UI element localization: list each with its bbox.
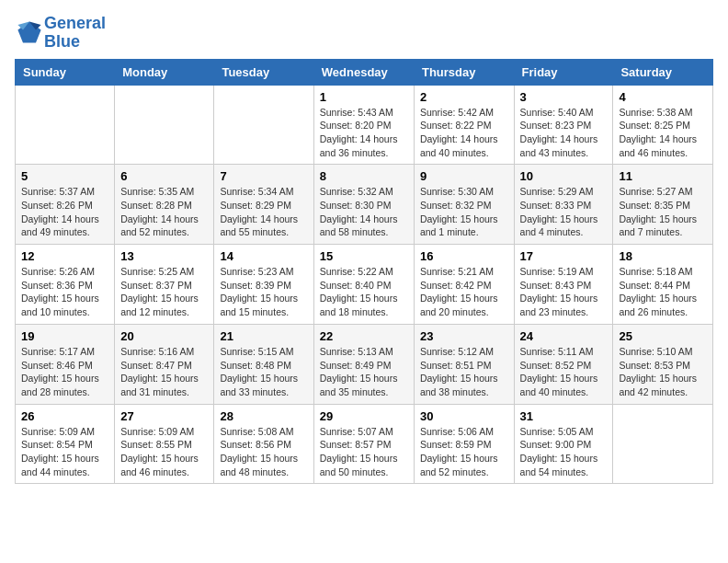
day-number: 31 [520,409,608,423]
calendar-week-1: 1Sunrise: 5:43 AM Sunset: 8:20 PM Daylig… [16,85,713,165]
weekday-header-monday: Monday [115,59,214,85]
day-number: 25 [619,329,707,343]
calendar-day-14: 14Sunrise: 5:23 AM Sunset: 8:39 PM Dayli… [214,245,313,325]
day-info: Sunrise: 5:26 AM Sunset: 8:36 PM Dayligh… [21,265,108,319]
calendar-day-17: 17Sunrise: 5:19 AM Sunset: 8:43 PM Dayli… [514,245,613,325]
calendar-day-18: 18Sunrise: 5:18 AM Sunset: 8:44 PM Dayli… [613,245,713,325]
day-number: 1 [320,90,408,104]
day-number: 12 [21,249,108,263]
day-number: 24 [520,329,608,343]
day-number: 16 [420,249,508,263]
day-info: Sunrise: 5:21 AM Sunset: 8:42 PM Dayligh… [420,265,508,319]
weekday-header-saturday: Saturday [613,59,713,85]
day-number: 27 [120,409,208,423]
day-info: Sunrise: 5:10 AM Sunset: 8:53 PM Dayligh… [619,345,707,399]
day-info: Sunrise: 5:34 AM Sunset: 8:29 PM Dayligh… [220,185,307,239]
logo-icon [17,18,42,44]
day-info: Sunrise: 5:05 AM Sunset: 9:00 PM Dayligh… [520,425,608,479]
day-info: Sunrise: 5:16 AM Sunset: 8:47 PM Dayligh… [120,345,208,399]
weekday-header-friday: Friday [514,59,613,85]
day-number: 7 [220,169,307,183]
calendar-day-10: 10Sunrise: 5:29 AM Sunset: 8:33 PM Dayli… [514,165,613,245]
day-number: 15 [320,249,408,263]
calendar-day-24: 24Sunrise: 5:11 AM Sunset: 8:52 PM Dayli… [514,324,613,404]
calendar-day-4: 4Sunrise: 5:38 AM Sunset: 8:25 PM Daylig… [613,85,713,165]
day-info: Sunrise: 5:17 AM Sunset: 8:46 PM Dayligh… [21,345,108,399]
calendar-day-16: 16Sunrise: 5:21 AM Sunset: 8:42 PM Dayli… [414,245,514,325]
calendar-day-1: 1Sunrise: 5:43 AM Sunset: 8:20 PM Daylig… [313,85,414,165]
day-info: Sunrise: 5:09 AM Sunset: 8:54 PM Dayligh… [21,425,108,479]
calendar-empty-cell [16,85,115,165]
calendar-day-21: 21Sunrise: 5:15 AM Sunset: 8:48 PM Dayli… [214,324,313,404]
day-info: Sunrise: 5:15 AM Sunset: 8:48 PM Dayligh… [220,345,307,399]
day-number: 10 [520,169,608,183]
calendar-day-28: 28Sunrise: 5:08 AM Sunset: 8:56 PM Dayli… [214,404,313,484]
day-info: Sunrise: 5:09 AM Sunset: 8:55 PM Dayligh… [120,425,208,479]
day-info: Sunrise: 5:18 AM Sunset: 8:44 PM Dayligh… [619,265,707,319]
calendar-day-12: 12Sunrise: 5:26 AM Sunset: 8:36 PM Dayli… [16,245,115,325]
weekday-header-tuesday: Tuesday [214,59,313,85]
day-info: Sunrise: 5:12 AM Sunset: 8:51 PM Dayligh… [420,345,508,399]
day-number: 23 [420,329,508,343]
day-info: Sunrise: 5:08 AM Sunset: 8:56 PM Dayligh… [220,425,307,479]
day-number: 14 [220,249,307,263]
calendar-day-11: 11Sunrise: 5:27 AM Sunset: 8:35 PM Dayli… [613,165,713,245]
day-info: Sunrise: 5:32 AM Sunset: 8:30 PM Dayligh… [320,185,408,239]
day-info: Sunrise: 5:13 AM Sunset: 8:49 PM Dayligh… [320,345,408,399]
calendar-day-25: 25Sunrise: 5:10 AM Sunset: 8:53 PM Dayli… [613,324,713,404]
calendar-week-5: 26Sunrise: 5:09 AM Sunset: 8:54 PM Dayli… [16,404,713,484]
day-info: Sunrise: 5:11 AM Sunset: 8:52 PM Dayligh… [520,345,608,399]
day-info: Sunrise: 5:38 AM Sunset: 8:25 PM Dayligh… [619,106,707,160]
day-number: 3 [520,90,608,104]
calendar-day-19: 19Sunrise: 5:17 AM Sunset: 8:46 PM Dayli… [16,324,115,404]
calendar-empty-cell [115,85,214,165]
day-number: 13 [120,249,208,263]
calendar-week-2: 5Sunrise: 5:37 AM Sunset: 8:26 PM Daylig… [16,165,713,245]
day-number: 8 [320,169,408,183]
page-header: General Blue [15,15,713,52]
weekday-header-wednesday: Wednesday [313,59,414,85]
calendar-week-3: 12Sunrise: 5:26 AM Sunset: 8:36 PM Dayli… [16,245,713,325]
calendar-day-29: 29Sunrise: 5:07 AM Sunset: 8:57 PM Dayli… [313,404,414,484]
weekday-header-sunday: Sunday [16,59,115,85]
logo-text: General Blue [44,15,106,52]
calendar-header-row: SundayMondayTuesdayWednesdayThursdayFrid… [16,59,713,85]
day-number: 29 [320,409,408,423]
calendar-week-4: 19Sunrise: 5:17 AM Sunset: 8:46 PM Dayli… [16,324,713,404]
logo: General Blue [15,15,106,52]
calendar-day-30: 30Sunrise: 5:06 AM Sunset: 8:59 PM Dayli… [414,404,514,484]
day-number: 21 [220,329,307,343]
calendar-day-13: 13Sunrise: 5:25 AM Sunset: 8:37 PM Dayli… [115,245,214,325]
calendar-day-3: 3Sunrise: 5:40 AM Sunset: 8:23 PM Daylig… [514,85,613,165]
calendar-day-22: 22Sunrise: 5:13 AM Sunset: 8:49 PM Dayli… [313,324,414,404]
calendar-day-20: 20Sunrise: 5:16 AM Sunset: 8:47 PM Dayli… [115,324,214,404]
calendar-day-23: 23Sunrise: 5:12 AM Sunset: 8:51 PM Dayli… [414,324,514,404]
calendar-day-5: 5Sunrise: 5:37 AM Sunset: 8:26 PM Daylig… [16,165,115,245]
calendar-day-8: 8Sunrise: 5:32 AM Sunset: 8:30 PM Daylig… [313,165,414,245]
calendar-day-27: 27Sunrise: 5:09 AM Sunset: 8:55 PM Dayli… [115,404,214,484]
calendar-day-26: 26Sunrise: 5:09 AM Sunset: 8:54 PM Dayli… [16,404,115,484]
day-info: Sunrise: 5:42 AM Sunset: 8:22 PM Dayligh… [420,106,508,160]
day-number: 20 [120,329,208,343]
day-info: Sunrise: 5:23 AM Sunset: 8:39 PM Dayligh… [220,265,307,319]
day-number: 22 [320,329,408,343]
day-info: Sunrise: 5:30 AM Sunset: 8:32 PM Dayligh… [420,185,508,239]
day-number: 2 [420,90,508,104]
day-info: Sunrise: 5:07 AM Sunset: 8:57 PM Dayligh… [320,425,408,479]
day-number: 26 [21,409,108,423]
calendar-table: SundayMondayTuesdayWednesdayThursdayFrid… [15,59,713,485]
calendar-day-9: 9Sunrise: 5:30 AM Sunset: 8:32 PM Daylig… [414,165,514,245]
day-info: Sunrise: 5:19 AM Sunset: 8:43 PM Dayligh… [520,265,608,319]
day-number: 6 [120,169,208,183]
day-info: Sunrise: 5:35 AM Sunset: 8:28 PM Dayligh… [120,185,208,239]
day-number: 5 [21,169,108,183]
day-info: Sunrise: 5:40 AM Sunset: 8:23 PM Dayligh… [520,106,608,160]
day-number: 19 [21,329,108,343]
calendar-day-7: 7Sunrise: 5:34 AM Sunset: 8:29 PM Daylig… [214,165,313,245]
weekday-header-thursday: Thursday [414,59,514,85]
day-info: Sunrise: 5:27 AM Sunset: 8:35 PM Dayligh… [619,185,707,239]
day-info: Sunrise: 5:25 AM Sunset: 8:37 PM Dayligh… [120,265,208,319]
day-number: 30 [420,409,508,423]
calendar-day-2: 2Sunrise: 5:42 AM Sunset: 8:22 PM Daylig… [414,85,514,165]
day-number: 17 [520,249,608,263]
